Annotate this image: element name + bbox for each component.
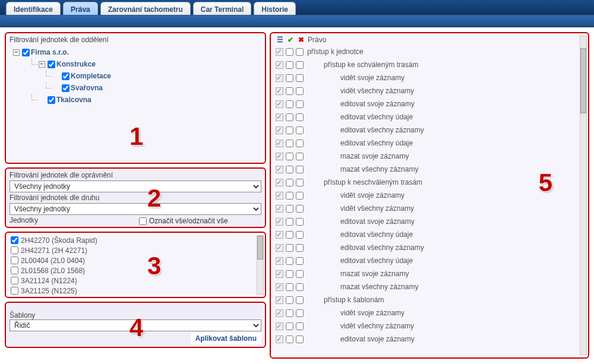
right-row: editovat svoje záznamy (276, 215, 579, 228)
right-checkbox-allow[interactable] (286, 87, 293, 95)
right-checkbox-readonly (276, 126, 283, 134)
right-checkbox-allow[interactable] (286, 48, 293, 56)
right-checkbox-deny[interactable] (296, 166, 304, 173)
right-checkbox-deny[interactable] (296, 244, 304, 252)
tab-carterminal[interactable]: Car Terminal (193, 2, 251, 15)
unit-checkbox[interactable] (11, 287, 18, 295)
tree-checkbox[interactable] (48, 61, 55, 68)
unit-checkbox[interactable] (11, 236, 18, 244)
mark-all-checkbox[interactable] (139, 217, 147, 225)
right-checkbox-allow[interactable] (286, 113, 293, 121)
right-checkbox-deny[interactable] (296, 270, 304, 278)
right-checkbox-deny[interactable] (296, 113, 304, 121)
right-label: editovat všechny údaje (307, 113, 413, 121)
unit-row[interactable]: 3A21125 (N1225) (10, 286, 255, 296)
right-checkbox-allow[interactable] (286, 270, 293, 278)
unit-row[interactable]: 2L01568 (2L0 1568) (10, 265, 255, 276)
right-checkbox-deny[interactable] (296, 231, 304, 239)
right-checkbox-allow[interactable] (286, 231, 293, 239)
right-checkbox-allow[interactable] (286, 140, 293, 147)
tree-checkbox[interactable] (22, 49, 30, 56)
right-checkbox-readonly (276, 153, 283, 160)
right-checkbox-deny[interactable] (296, 192, 304, 200)
tree-node[interactable]: Kompletace (11, 70, 261, 82)
unit-checkbox[interactable] (11, 246, 18, 254)
tab-historie[interactable]: Historie (254, 2, 296, 15)
right-checkbox-deny[interactable] (296, 126, 304, 134)
right-checkbox-deny[interactable] (296, 48, 304, 56)
rights-scrollbar[interactable] (580, 36, 587, 355)
filter-kind-select[interactable]: Všechny jednotky (10, 203, 261, 215)
right-checkbox-deny[interactable] (296, 296, 304, 304)
tab-prava[interactable]: Práva (63, 2, 98, 15)
right-checkbox-allow[interactable] (286, 74, 293, 82)
right-checkbox-deny[interactable] (296, 140, 304, 147)
expander-icon[interactable]: − (39, 61, 45, 68)
right-checkbox-allow[interactable] (286, 126, 293, 134)
right-checkbox-allow[interactable] (286, 205, 293, 213)
right-checkbox-allow[interactable] (286, 100, 293, 108)
right-row: vidět svoje záznamy (276, 306, 579, 319)
right-checkbox-allow[interactable] (286, 296, 293, 304)
right-checkbox-allow[interactable] (286, 179, 293, 186)
tree-checkbox[interactable] (62, 84, 69, 92)
unit-row[interactable]: 2H42270 (Škoda Rapid) (10, 235, 255, 245)
list-icon: ☰ (276, 36, 284, 44)
expander-icon[interactable]: − (13, 49, 20, 56)
right-checkbox-readonly (276, 244, 283, 252)
right-checkbox-deny[interactable] (296, 309, 304, 317)
right-checkbox-allow[interactable] (286, 257, 293, 265)
units-scrollbar[interactable] (257, 235, 264, 295)
right-checkbox-readonly (276, 309, 283, 317)
right-checkbox-allow[interactable] (286, 166, 293, 173)
right-row: mazat všechny záznamy (276, 280, 579, 293)
right-checkbox-allow[interactable] (286, 218, 293, 226)
panel-templates: Šablony Řidič Aplikovat šablonu 4 (5, 302, 266, 348)
right-row: editovat všechny údaje (276, 110, 579, 124)
right-checkbox-allow[interactable] (286, 309, 293, 317)
right-checkbox-allow[interactable] (286, 153, 293, 160)
tree-node[interactable]: Svařovna (11, 82, 261, 94)
apply-template-button[interactable]: Aplikovat šablonu (191, 333, 261, 344)
right-checkbox-allow[interactable] (286, 61, 293, 69)
tree-checkbox[interactable] (62, 72, 69, 80)
right-checkbox-deny[interactable] (296, 322, 304, 330)
filter-permission-select[interactable]: Všechny jednotky (10, 181, 261, 192)
right-checkbox-allow[interactable] (286, 322, 293, 330)
x-icon[interactable]: ✖ (297, 36, 305, 44)
right-row: vidět všechny záznamy (276, 84, 579, 97)
tab-zarovnani[interactable]: Zarovnání tachometru (100, 2, 191, 15)
right-checkbox-deny[interactable] (296, 335, 304, 343)
tree-node[interactable]: −Konstrukce (11, 58, 261, 70)
tree-node[interactable]: Tkalcovna (11, 94, 261, 106)
right-row: vidět všechny záznamy (276, 319, 579, 333)
unit-checkbox[interactable] (11, 277, 18, 284)
right-checkbox-deny[interactable] (296, 74, 304, 82)
right-checkbox-deny[interactable] (296, 205, 304, 213)
tree-checkbox[interactable] (48, 96, 55, 104)
unit-row[interactable]: 3A21124 (N1224) (10, 276, 255, 286)
tab-identifikace[interactable]: Identifikace (6, 2, 61, 15)
filter-kind-label: Filtrování jednotek dle druhu (10, 194, 261, 202)
panel-rights: ☰ ✔ ✖ Právo přístup k jednotcepřístup ke… (270, 32, 589, 359)
unit-row[interactable]: 2L00404 (2L0 0404) (10, 255, 255, 265)
right-checkbox-deny[interactable] (296, 87, 304, 95)
templates-select[interactable]: Řidič (10, 319, 261, 331)
unit-row[interactable]: 2H42271 (2H 42271) (10, 245, 255, 255)
right-row: editovat svoje záznamy (276, 333, 579, 346)
right-checkbox-deny[interactable] (296, 283, 304, 291)
right-checkbox-allow[interactable] (286, 192, 293, 200)
right-checkbox-deny[interactable] (296, 100, 304, 108)
right-checkbox-deny[interactable] (296, 179, 304, 186)
unit-checkbox[interactable] (11, 267, 18, 274)
tree-node[interactable]: −Firma s.r.o. (11, 46, 261, 58)
right-checkbox-deny[interactable] (296, 61, 304, 69)
right-checkbox-allow[interactable] (286, 283, 293, 291)
right-checkbox-allow[interactable] (286, 335, 293, 343)
right-checkbox-allow[interactable] (286, 244, 293, 252)
right-checkbox-deny[interactable] (296, 218, 304, 226)
unit-checkbox[interactable] (11, 257, 18, 264)
right-checkbox-deny[interactable] (296, 257, 304, 265)
right-checkbox-deny[interactable] (296, 153, 304, 160)
check-icon[interactable]: ✔ (286, 36, 295, 44)
